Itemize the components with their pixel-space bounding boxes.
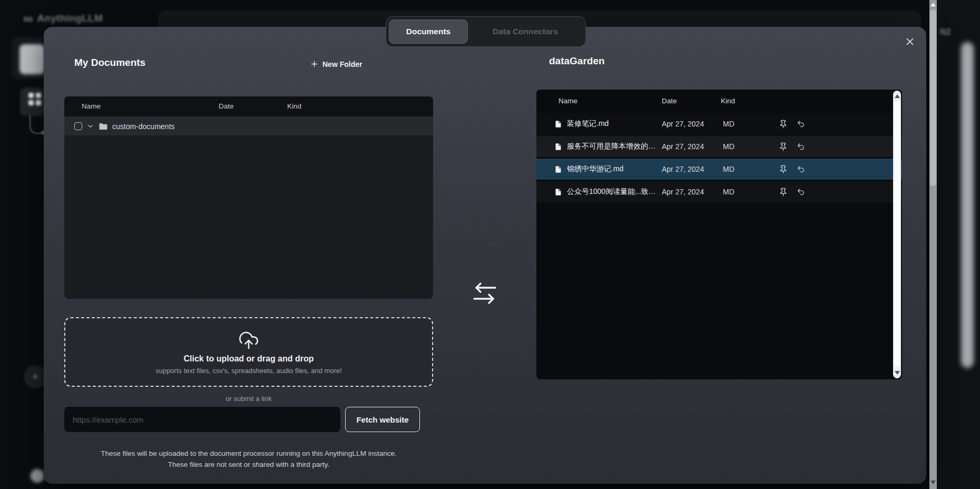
or-submit-link-label: or submit a link — [64, 395, 433, 403]
upload-disclaimer: These files will be uploaded to the docu… — [64, 448, 433, 470]
file-date: Apr 27, 2024 — [662, 142, 723, 151]
column-kind: Kind — [721, 97, 902, 105]
table-scrollbar[interactable] — [893, 91, 901, 378]
pin-icon[interactable] — [776, 162, 790, 177]
scroll-down-arrow-icon[interactable] — [895, 371, 900, 375]
page-title-my-documents: My Documents — [74, 57, 145, 69]
scroll-down-arrow-icon[interactable] — [930, 481, 936, 484]
app-window: ∞ AnythingLLM + N2 My Documents New Fold… — [0, 0, 980, 489]
table-header: Name Date Kind — [536, 90, 902, 112]
disclaimer-line-1: These files will be uploaded to the docu… — [64, 448, 433, 459]
file-date: Apr 27, 2024 — [662, 165, 723, 173]
column-date: Date — [662, 97, 721, 105]
grid-icon — [28, 93, 41, 105]
file-date: Apr 27, 2024 — [662, 188, 723, 196]
tab-documents[interactable]: Documents — [389, 19, 468, 44]
plus-circle-icon: + — [24, 366, 46, 388]
file-kind: MD — [723, 120, 776, 128]
new-folder-button[interactable]: New Folder — [310, 60, 362, 69]
table-row[interactable]: 锦绣中华游记.md Apr 27, 2024 MD — [536, 159, 902, 180]
scroll-up-arrow-icon[interactable] — [895, 94, 900, 98]
app-logo: ∞ AnythingLLM — [23, 13, 103, 24]
scrollbar-thumb[interactable] — [894, 101, 900, 367]
upload-cloud-icon — [238, 330, 259, 351]
upload-title: Click to upload or drag and drop — [183, 354, 313, 364]
my-documents-table: Name Date Kind custom-documents — [64, 96, 433, 299]
remove-undo-icon[interactable] — [793, 139, 808, 154]
file-icon — [554, 188, 567, 197]
pin-icon[interactable] — [776, 116, 790, 131]
file-kind: MD — [723, 188, 776, 196]
remove-undo-icon[interactable] — [793, 116, 808, 131]
column-name: Name — [558, 97, 662, 105]
background-blurred-scrollbar — [961, 42, 974, 368]
tab-data-connectors[interactable]: Data Connectors — [468, 19, 583, 44]
document-manager-modal: My Documents New Folder Name Date Kind c… — [44, 27, 926, 484]
file-date: Apr 27, 2024 — [662, 120, 723, 128]
swap-arrows-icon — [472, 281, 498, 309]
table-row[interactable]: 服务不可用是降本增效的笑吗... Apr 27, 2024 MD — [536, 136, 902, 157]
url-input[interactable] — [64, 407, 340, 432]
background-workspace-button — [19, 44, 45, 74]
chevron-down-icon[interactable] — [86, 122, 94, 130]
table-header: Name Date Kind — [64, 96, 433, 116]
file-kind: MD — [723, 165, 776, 173]
folder-name: custom-documents — [112, 122, 174, 131]
file-name: 装修笔记.md — [567, 119, 662, 129]
modal-tabbar: Documents Data Connectors — [386, 16, 586, 47]
folder-icon — [99, 122, 108, 131]
file-kind: MD — [723, 142, 776, 151]
remove-undo-icon[interactable] — [793, 184, 808, 199]
plus-icon — [310, 60, 319, 69]
table-row[interactable]: 装修笔记.md Apr 27, 2024 MD — [536, 113, 902, 134]
close-icon[interactable] — [900, 32, 919, 51]
column-name: Name — [82, 102, 219, 110]
file-name: 公众号1000阅读量能...致富... — [567, 187, 662, 197]
pin-icon[interactable] — [776, 184, 790, 199]
scroll-up-arrow-icon[interactable] — [930, 3, 936, 6]
column-date: Date — [219, 102, 287, 110]
background-badge: N2 — [940, 27, 950, 37]
upload-dropzone[interactable]: Click to upload or drag and drop support… — [64, 317, 433, 387]
file-icon — [554, 120, 567, 129]
background-help-dot — [31, 469, 44, 483]
table-row[interactable]: 公众号1000阅读量能...致富... Apr 27, 2024 MD — [536, 181, 902, 202]
upload-subtitle: supports text files, csv's, spreadsheets… — [155, 367, 342, 375]
new-folder-label: New Folder — [322, 60, 362, 69]
file-icon — [554, 142, 567, 151]
file-name: 服务不可用是降本增效的笑吗... — [567, 142, 662, 151]
workspace-documents-table: Name Date Kind 装修笔记.md Apr 27, 2024 MD 服… — [536, 90, 902, 379]
disclaimer-line-2: These files are not sent or shared with … — [64, 459, 433, 470]
logo-icon: ∞ — [23, 13, 33, 24]
logo-text: AnythingLLM — [37, 13, 103, 24]
window-scrollbar-thumb[interactable] — [930, 9, 936, 186]
remove-undo-icon[interactable] — [793, 162, 808, 177]
file-icon — [554, 165, 567, 174]
workspace-title: dataGarden — [549, 55, 605, 67]
folder-checkbox[interactable] — [74, 122, 82, 130]
column-kind: Kind — [287, 102, 433, 110]
pin-icon[interactable] — [776, 139, 790, 154]
fetch-website-button[interactable]: Fetch website — [345, 407, 420, 432]
file-name: 锦绣中华游记.md — [567, 164, 662, 174]
folder-row-custom-documents[interactable]: custom-documents — [64, 117, 433, 135]
